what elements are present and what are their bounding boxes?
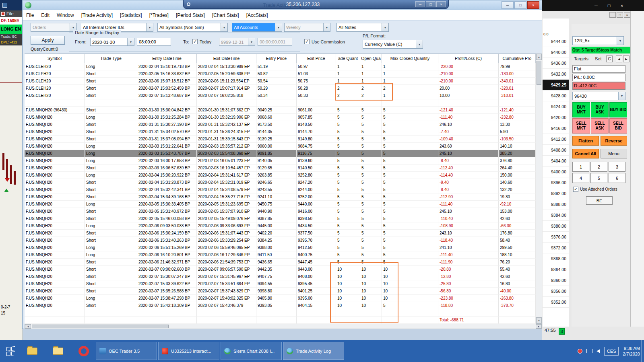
taskbar-button[interactable]: Trade Activity Log: [283, 342, 344, 360]
table-row[interactable]: F.US.MNQH20Short2020-02-07 15:33:39.622 …: [25, 280, 536, 288]
table-row[interactable]: F.US.MNQH20Short2020-02-04 15:32:42.341 …: [25, 186, 536, 193]
ladder-price[interactable]: 9380.00: [543, 221, 569, 232]
buy-mkt-button[interactable]: BUY MKT: [572, 102, 590, 117]
sell-mkt-button[interactable]: SELL MKT: [572, 118, 590, 134]
table-row[interactable]: F.US.MNQH20Short2020-02-05 15:31:40.972 …: [25, 208, 536, 215]
outer-minimize-button[interactable]: ─: [590, 1, 602, 10]
quantity-button[interactable]: 6: [609, 173, 625, 183]
to-time-input[interactable]: 00:00:00.001: [258, 38, 292, 46]
menu-item[interactable]: Edit: [37, 10, 53, 21]
column-header[interactable]: Entry DateTime: [137, 54, 197, 63]
ladder-price[interactable]: 9372.00: [543, 243, 569, 253]
pin-icon[interactable]: [187, 2, 190, 6]
quantity-button[interactable]: 1: [572, 162, 589, 172]
ladder-price[interactable]: 9404.00: [543, 156, 569, 167]
rdp-restore-button[interactable]: □: [426, 1, 436, 7]
dropdown-icon[interactable]: ▼: [382, 23, 388, 31]
rdp-close-button[interactable]: ×: [436, 1, 446, 7]
child-minimize-button[interactable]: ─: [609, 12, 616, 18]
column-header[interactable]: Cumulative Pro: [499, 54, 536, 63]
dropdown-icon[interactable]: ▼: [221, 23, 227, 31]
table-row[interactable]: F.US.MNQH20Short2020-02-06 15:31:40.263 …: [25, 237, 536, 244]
ladder-price[interactable]: 9412.00: [543, 134, 569, 145]
ladder-price[interactable]: 9440.00: [543, 47, 569, 58]
ladder-price[interactable]: 9368.00: [543, 253, 569, 264]
table-row[interactable]: [25, 309, 536, 317]
buy-bid-button[interactable]: BUY BID: [609, 102, 627, 117]
sell-ask-button[interactable]: SELL ASK: [591, 118, 609, 134]
dropdown-icon[interactable]: ▼: [248, 38, 255, 45]
dropdown-icon[interactable]: ▼: [323, 23, 330, 31]
vertical-scrollbar[interactable]: ▲ ▼: [536, 53, 542, 324]
table-row[interactable]: F.US.MNQH20Short2020-02-07 15:42:18.309 …: [25, 302, 536, 309]
table-row[interactable]: F.US.MNQH20Short2020-02-04 15:34:39.168 …: [25, 193, 536, 201]
table-row[interactable]: F.US.MNQH20Short2020-01-31 15:34:02.570 …: [25, 128, 536, 136]
period-filter[interactable]: Weekly ▼: [284, 23, 330, 32]
ladder-price[interactable]: 9388.00: [543, 199, 569, 210]
dropdown-icon[interactable]: ▼: [618, 92, 625, 100]
table-row[interactable]: F.US.MNQH20Long2020-02-04 15:30:20.922 B…: [25, 172, 536, 179]
opera-button[interactable]: [76, 344, 91, 358]
column-header[interactable]: Open Qua: [360, 54, 382, 63]
menu-item[interactable]: Window: [53, 10, 78, 21]
table-row[interactable]: [25, 99, 536, 107]
taskbar-button[interactable]: OEC Trader 3.5: [96, 342, 157, 360]
column-header[interactable]: Symbol: [25, 54, 85, 63]
accounts-filter[interactable]: All Accounts ▼: [232, 23, 282, 32]
account-select[interactable]: 96430 ▼: [572, 92, 625, 100]
apply-button[interactable]: Apply: [31, 36, 65, 45]
table-row[interactable]: F.US.MNQH20Short2020-02-07 15:35:26.588 …: [25, 288, 536, 295]
table-row[interactable]: F.US.CLEH20Long2020-02-04 15:10:19.718 B…: [25, 63, 536, 70]
dropdown-icon[interactable]: ▼: [127, 38, 134, 45]
table-row[interactable]: F.US.MNQH20Short2020-02-07 15:30:07.247 …: [25, 273, 536, 280]
set-label[interactable]: Set: [595, 56, 602, 61]
scrollbar-thumb[interactable]: [32, 325, 169, 328]
table-row[interactable]: F.US.MNQH20Long2020-02-06 16:10:20.801 B…: [25, 251, 536, 259]
quantity-button[interactable]: 2: [590, 162, 607, 172]
ladder-price[interactable]: 9392.00: [543, 188, 569, 199]
dropdown-icon[interactable]: ▼: [146, 23, 153, 31]
ladder-price[interactable]: 9364.00: [543, 264, 569, 275]
menu-item[interactable]: File: [23, 10, 37, 21]
menu-item[interactable]: [Statistics]: [116, 10, 146, 21]
taskbar-button[interactable]: U3325213 Interact...: [158, 342, 219, 360]
preset-select[interactable]: 12R_5x ▼: [572, 36, 624, 45]
table-row[interactable]: F.US.MNQH20Long2020-02-03 15:53:43.787 B…: [25, 150, 536, 157]
rdp-connection-bar[interactable]: 35.206.127.233 ─ □ ×: [183, 0, 449, 9]
show-desktop-button[interactable]: [641, 340, 644, 362]
table-row[interactable]: F.US.CLEH20Short2020-02-06 15:07:18.512 …: [25, 78, 536, 85]
cancel-all-button[interactable]: Cancel All: [572, 149, 599, 158]
scroll-down-icon[interactable]: ▼: [536, 317, 542, 323]
column-header[interactable]: Trade Type: [85, 54, 137, 63]
outer-close-button[interactable]: ×: [616, 1, 627, 10]
column-header[interactable]: Max Closed Quantity: [382, 54, 438, 63]
ladder-price[interactable]: 9420.00: [543, 112, 569, 123]
dropdown-icon[interactable]: ▼: [275, 23, 282, 31]
prev-arrow-icon[interactable]: ◄: [616, 56, 622, 62]
ladder-price[interactable]: 9444.00: [543, 36, 569, 47]
table-row[interactable]: F.US.CLEH20Short2020-02-05 15:16:33.632 …: [25, 70, 536, 78]
table-row[interactable]: Total: -688.71: [25, 317, 536, 324]
table-row[interactable]: F.US.MNQH20Long2020-02-03 16:00:17.653 B…: [25, 157, 536, 165]
ladder-price[interactable]: 9436.00: [543, 58, 569, 69]
ladder-price[interactable]: 9408.00: [543, 145, 569, 156]
menu-item[interactable]: [AccStats]: [243, 10, 272, 21]
orders-filter[interactable]: Orders ▼: [31, 23, 77, 32]
next-arrow-icon[interactable]: ►: [623, 56, 630, 62]
language-indicator[interactable]: CES: [604, 347, 619, 356]
menu-item[interactable]: [Period Stats]: [172, 10, 208, 21]
table-row[interactable]: F.US.MNQH20Short2020-02-03 16:06:57.639 …: [25, 165, 536, 172]
table-row[interactable]: F.US.MNQH20Short2020-02-07 09:00:02.660 …: [25, 266, 536, 273]
table-row[interactable]: F.US.MNQH20Long2020-02-06 15:51:15.269 B…: [25, 244, 536, 251]
menu-item[interactable]: [Trade Activity]: [78, 10, 116, 21]
table-row[interactable]: F.US.CLEH20Short2020-02-07 15:03:52.459 …: [25, 85, 536, 92]
table-row[interactable]: F.US.MNQH20Long2020-02-06 09:03:50.033 B…: [25, 222, 536, 230]
table-row[interactable]: F.US.MNQH20Short2020-01-31 15:30:27.190 …: [25, 121, 536, 128]
ladder-last-price[interactable]: 9429.25: [543, 80, 569, 90]
taskbar-button[interactable]: Sierra Chart 2038 I...: [221, 342, 282, 360]
ladder-price[interactable]: 9396.00: [543, 177, 569, 188]
use-attached-checkbox[interactable]: ✓: [573, 187, 578, 192]
sell-bid-button[interactable]: SELL BID: [609, 118, 627, 134]
column-header[interactable]: ade Quant: [336, 54, 360, 63]
dropdown-icon[interactable]: ▼: [617, 37, 623, 45]
